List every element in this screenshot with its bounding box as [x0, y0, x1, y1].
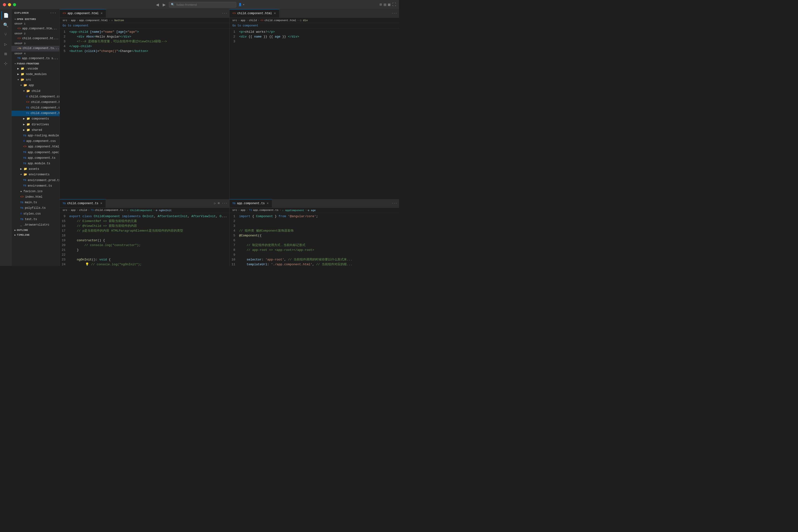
code-line: 1 <app-child [name]="name" [age]="age">	[60, 30, 229, 34]
tree-shared[interactable]: ▶ 📁 shared	[12, 128, 59, 133]
tree-app-routing[interactable]: TS app-routing.module.ts	[12, 133, 59, 138]
editor-top-left: <> app.component.html × ··· src › app › …	[60, 9, 229, 199]
code-line: 9	[229, 252, 399, 257]
tree-favicon[interactable]: ★ favicon.ico	[12, 189, 59, 194]
tab-bar-actions-3[interactable]: ···	[390, 202, 399, 205]
search-input[interactable]	[169, 2, 236, 7]
fudao-frontend-section[interactable]: ▾ FUDAO-FRONTEND	[12, 61, 59, 66]
fullscreen-icon[interactable]: ⛶	[392, 2, 396, 7]
tree-env[interactable]: TS environment.ts	[12, 183, 59, 189]
code-area-bottom-right: 1 import { Component } from '@angular/co…	[229, 213, 399, 266]
tree-app-ts[interactable]: TS app.component.ts	[12, 155, 59, 161]
code-line: 4 </app-child>	[60, 44, 229, 49]
tree-child-spec[interactable]: TS child.component.spec....	[12, 105, 59, 111]
tree-child-ts[interactable]: TS child.component.ts	[12, 111, 59, 116]
go-to-component-top-right[interactable]: Go to component	[229, 23, 399, 28]
outline-section[interactable]: ▶ OUTLINE	[12, 228, 59, 232]
ts-icon-15: TS	[20, 217, 23, 222]
tree-app[interactable]: ▾ 📂 app	[12, 83, 59, 88]
tree-styles[interactable]: # styles.css	[12, 211, 59, 217]
tree-test[interactable]: TS test.ts	[12, 217, 59, 222]
nav-buttons: ◀ ▶	[154, 2, 167, 7]
tab-close-button[interactable]: ×	[100, 12, 103, 15]
minimize-button[interactable]	[8, 3, 11, 6]
tree-child-css[interactable]: # child.component.css	[12, 94, 59, 99]
ts-icon-13: TS	[20, 201, 23, 205]
code-line: 17 // p是当前组件的内容 HTMLParagraphElement是当前组…	[60, 228, 229, 233]
tree-assets[interactable]: ▶ 📁 assets	[12, 167, 59, 172]
ts-icon-14: TS	[20, 206, 23, 210]
tab-app-component-ts[interactable]: TS app.component.ts ×	[229, 199, 273, 208]
editor-content-top-left[interactable]: 1 <app-child [name]="name" [age]="age"> …	[60, 28, 229, 199]
tab-close-bottom-left[interactable]: ×	[100, 202, 103, 205]
ts-icon-4: TS	[17, 56, 20, 61]
tree-app-spec[interactable]: TS app.component.spec.ts	[12, 150, 59, 155]
bottom-editors: TS child.component.ts × ▷ ⊞ ··· src › ap…	[60, 199, 399, 266]
tree-app-html[interactable]: <> app.component.html	[12, 144, 59, 150]
tab-close-button-2[interactable]: ×	[273, 12, 276, 15]
tree-child-html[interactable]: <> child.component.html	[12, 99, 59, 105]
tree-app-css[interactable]: # app.component.css	[12, 138, 59, 144]
sidebar-item-app-component-ts[interactable]: TS app.component.ts s...	[12, 56, 59, 61]
editor-content-bottom-left[interactable]: 9 export class ChildComponent implements…	[60, 213, 229, 266]
explorer-activity[interactable]: 📄	[1, 11, 10, 20]
ts-icon-6: TS	[26, 111, 29, 116]
tab-app-component-html[interactable]: <> app.component.html ×	[60, 9, 106, 18]
tree-env-prod[interactable]: TS environment.prod.ts	[12, 178, 59, 183]
open-editors-section[interactable]: ▾ OPEN EDITORS	[12, 17, 59, 22]
editor-content-bottom-right[interactable]: 1 import { Component } from '@angular/co…	[229, 213, 399, 266]
sidebar-item-child-component-html[interactable]: <> child.component.ht...	[12, 36, 59, 41]
forward-button[interactable]: ▶	[161, 2, 167, 7]
folder-icon-3: ▾ 📂	[17, 78, 24, 82]
outline-arrow: ▶	[15, 229, 16, 232]
search-activity[interactable]: 🔍	[1, 21, 10, 29]
tree-child[interactable]: ▾ 📂 child	[12, 89, 59, 94]
tab-close-bottom-right[interactable]: ×	[266, 202, 269, 205]
tab-child-component-html[interactable]: <> child.component.html ×	[229, 9, 280, 18]
close-button[interactable]	[3, 3, 6, 6]
tree-src[interactable]: ▾ 📂 src	[12, 77, 59, 83]
html-icon-3: <>	[26, 100, 29, 104]
extensions-icon: ⊞	[4, 51, 7, 57]
run-icon[interactable]: ▷	[214, 201, 216, 205]
tab-html-icon-2: <>	[233, 12, 236, 15]
code-line: 19 constructor() {	[60, 238, 229, 243]
timeline-section[interactable]: ▶ TIMELINE	[12, 232, 59, 238]
tree-vscode[interactable]: ▶ 📁 .vscode	[12, 66, 59, 72]
tree-polyfills[interactable]: TS polyfills.ts	[12, 205, 59, 211]
tab-child-component-ts[interactable]: TS child.component.ts ×	[60, 199, 106, 208]
code-line: 9 export class ChildComponent implements…	[60, 214, 229, 219]
sidebar-item-child-component-ts[interactable]: ✕TS child.component.ts...	[12, 46, 59, 51]
sidebar-icon[interactable]: ▤	[384, 2, 386, 7]
account-icon[interactable]: 👤▾	[238, 3, 244, 6]
tab-bar-actions[interactable]: ···	[220, 12, 229, 15]
tree-components[interactable]: ▶ 📁 components	[12, 116, 59, 122]
go-to-component-top-left[interactable]: Go to component	[60, 23, 229, 28]
tree-app-module[interactable]: TS app.module.ts	[12, 161, 59, 167]
tree-main[interactable]: TS main.ts	[12, 200, 59, 205]
back-button[interactable]: ◀	[154, 2, 160, 7]
more-icon[interactable]: ···	[222, 202, 227, 205]
split-icon[interactable]: ⊞	[218, 201, 220, 205]
tree-directives[interactable]: ▶ 📁 directives	[12, 122, 59, 128]
tree-index[interactable]: <> index.html	[12, 194, 59, 200]
extensions-activity[interactable]: ⊞	[1, 50, 10, 58]
sidebar-actions[interactable]: ···	[50, 11, 57, 15]
tab-html-icon: <>	[62, 12, 66, 15]
layout-icon[interactable]: ⊞	[379, 2, 382, 7]
debug-activity[interactable]: ▷	[1, 40, 10, 49]
tree-browserslist[interactable]: _ .browserslistrc	[12, 222, 59, 228]
tree-environments[interactable]: ▾ 📂 environments	[12, 172, 59, 177]
git-activity[interactable]: ⑂	[1, 30, 10, 39]
remote-activity[interactable]: ⊹	[1, 59, 10, 68]
editor-content-top-right[interactable]: 1 <p>child works!</p> 2 <div {{ name }} …	[229, 28, 399, 199]
ts-icon-8: TS	[23, 150, 26, 155]
activity-bar: 📄 🔍 ⑂ ▷ ⊞ ⊹ 👤 ⚙ !	[0, 9, 12, 266]
panel-icon[interactable]: ▦	[388, 2, 390, 7]
tab-bar-actions-2[interactable]: ···	[390, 12, 399, 15]
maximize-button[interactable]	[13, 3, 16, 6]
folder-icon: ▶ 📁	[17, 66, 24, 71]
sidebar-item-app-component-html[interactable]: <> app.component.htm...	[12, 26, 59, 32]
html-icon-5: <>	[20, 195, 23, 200]
tree-node-modules[interactable]: ▶ 📁 node_modules	[12, 72, 59, 77]
